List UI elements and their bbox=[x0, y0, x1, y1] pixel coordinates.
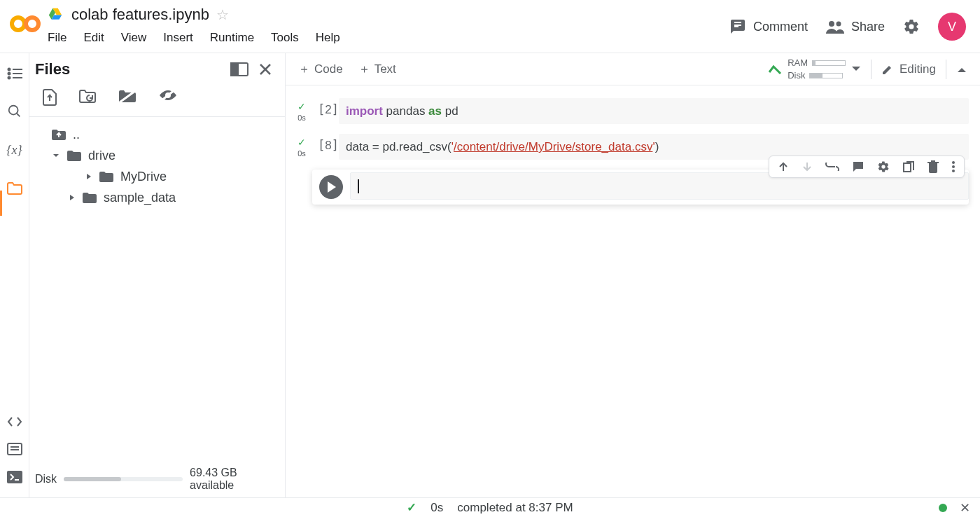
command-palette-icon[interactable] bbox=[7, 443, 22, 455]
colab-logo[interactable] bbox=[8, 7, 42, 41]
svg-point-27 bbox=[952, 165, 955, 168]
svg-point-28 bbox=[952, 170, 955, 172]
svg-rect-15 bbox=[7, 471, 22, 483]
disk-usage-bar bbox=[64, 477, 183, 481]
tree-up-label: .. bbox=[73, 127, 80, 142]
menu-edit[interactable]: Edit bbox=[83, 31, 104, 45]
status-bar: ✓ 0s completed at 8:37 PM ✕ bbox=[0, 497, 980, 517]
connection-dot-icon bbox=[939, 504, 947, 512]
left-rail: {x} bbox=[0, 53, 29, 497]
comment-button[interactable]: Comment bbox=[729, 18, 808, 35]
svg-line-11 bbox=[16, 113, 20, 117]
tree-item-label: drive bbox=[88, 149, 115, 163]
svg-rect-25 bbox=[904, 163, 911, 172]
delete-cell-icon[interactable] bbox=[927, 160, 939, 173]
resource-indicator[interactable]: RAM Disk bbox=[768, 57, 861, 81]
sidebar-title: Files bbox=[35, 60, 70, 78]
star-icon[interactable]: ☆ bbox=[216, 6, 229, 23]
app-header: colab features.ipynb ☆ File Edit View In… bbox=[0, 0, 980, 53]
tree-item-drive[interactable]: drive bbox=[32, 145, 282, 166]
move-down-icon[interactable] bbox=[802, 161, 813, 172]
status-check-icon: ✓ bbox=[407, 500, 416, 515]
cell-toolbar bbox=[769, 156, 965, 178]
tree-up[interactable]: .. bbox=[32, 124, 282, 145]
menu-runtime[interactable]: Runtime bbox=[210, 31, 254, 45]
status-close-icon[interactable]: ✕ bbox=[960, 500, 970, 516]
file-tree: .. drive MyDrive sample_data bbox=[29, 117, 285, 215]
notebook-toolbar: ＋ Code ＋ Text RAM Disk Editing bbox=[286, 53, 980, 85]
tree-item-label: MyDrive bbox=[120, 170, 167, 184]
exec-count: [8] bbox=[312, 134, 339, 153]
move-up-icon[interactable] bbox=[778, 161, 789, 172]
svg-rect-18 bbox=[231, 63, 238, 76]
menu-view[interactable]: View bbox=[121, 31, 147, 45]
drive-icon bbox=[48, 6, 64, 23]
files-icon[interactable] bbox=[6, 181, 23, 195]
svg-point-26 bbox=[952, 161, 955, 164]
hide-icon[interactable] bbox=[158, 88, 178, 102]
files-sidebar: Files .. drive bbox=[29, 53, 286, 497]
mount-drive-icon[interactable] bbox=[118, 88, 137, 104]
svg-point-3 bbox=[836, 22, 841, 27]
cell-settings-icon[interactable] bbox=[877, 160, 890, 173]
tree-item-mydrive[interactable]: MyDrive bbox=[32, 166, 282, 187]
code-cell-focused[interactable] bbox=[312, 170, 969, 205]
tree-item-label: sample_data bbox=[104, 191, 176, 205]
menu-tools[interactable]: Tools bbox=[271, 31, 299, 45]
link-icon[interactable] bbox=[825, 163, 839, 171]
svg-point-2 bbox=[829, 21, 834, 27]
check-icon: ✓ bbox=[298, 101, 306, 112]
comment-cell-icon[interactable] bbox=[852, 160, 864, 173]
search-icon[interactable] bbox=[7, 104, 22, 119]
mirror-cell-icon[interactable] bbox=[902, 160, 915, 173]
svg-point-6 bbox=[8, 73, 10, 75]
avatar[interactable]: V bbox=[938, 13, 966, 41]
menu-insert[interactable]: Insert bbox=[163, 31, 193, 45]
notebook-area: ＋ Code ＋ Text RAM Disk Editing bbox=[286, 53, 980, 497]
collapse-icon[interactable] bbox=[956, 65, 967, 74]
run-cell-button[interactable] bbox=[319, 175, 343, 199]
disk-free-text: 69.43 GB available bbox=[190, 467, 279, 492]
check-icon: ✓ bbox=[298, 137, 306, 148]
chevron-down-icon[interactable] bbox=[851, 66, 861, 73]
add-text-button[interactable]: ＋ Text bbox=[358, 61, 396, 77]
svg-point-0 bbox=[12, 18, 24, 30]
add-code-button[interactable]: ＋ Code bbox=[298, 61, 343, 77]
svg-point-4 bbox=[8, 69, 10, 71]
cell-more-icon[interactable] bbox=[951, 160, 955, 173]
svg-point-8 bbox=[8, 77, 10, 79]
editing-mode-button[interactable]: Editing bbox=[881, 62, 936, 76]
upload-icon[interactable] bbox=[42, 88, 57, 106]
toc-icon[interactable] bbox=[7, 67, 22, 80]
close-sidebar-icon[interactable] bbox=[258, 62, 272, 76]
sidebar-disk-meter: Disk 69.43 GB available bbox=[35, 467, 279, 492]
menu-help[interactable]: Help bbox=[316, 31, 340, 45]
menu-file[interactable]: File bbox=[48, 31, 66, 45]
svg-point-1 bbox=[26, 18, 38, 30]
menu-bar: File Edit View Insert Runtime Tools Help bbox=[48, 25, 729, 45]
notebook-title[interactable]: colab features.ipynb bbox=[71, 6, 209, 24]
settings-icon[interactable] bbox=[903, 18, 920, 35]
share-button[interactable]: Share bbox=[826, 20, 885, 34]
code-cell[interactable]: ✓0s [2] import pandas as pd bbox=[291, 98, 969, 124]
status-time: 0s bbox=[430, 501, 443, 515]
dock-icon[interactable] bbox=[230, 62, 248, 76]
variables-icon[interactable]: {x} bbox=[6, 143, 22, 158]
code-snippets-icon[interactable] bbox=[7, 416, 22, 427]
tree-item-sample-data[interactable]: sample_data bbox=[32, 187, 282, 208]
svg-point-10 bbox=[8, 106, 18, 115]
status-text: completed at 8:37 PM bbox=[457, 501, 573, 515]
exec-count: [2] bbox=[312, 98, 339, 117]
code-content[interactable]: import pandas as pd bbox=[339, 98, 969, 124]
rail-active-indicator bbox=[0, 191, 2, 216]
refresh-folder-icon[interactable] bbox=[78, 88, 97, 104]
terminal-icon[interactable] bbox=[7, 471, 22, 483]
